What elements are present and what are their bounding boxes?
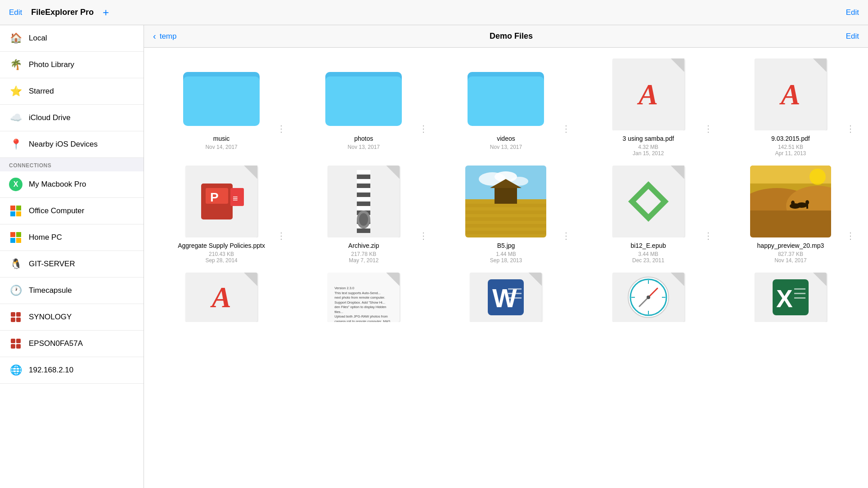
back-arrow-icon[interactable]: ‹: [153, 31, 156, 41]
linux-icon: 🐧: [9, 257, 22, 271]
file-date-epub: Dec 23, 2011: [632, 257, 664, 264]
svg-text:P: P: [210, 190, 219, 204]
file-item-9032015[interactable]: A 9.03.2015.pdf 142.51 KB Apr 11, 2013 ⋮: [724, 58, 857, 157]
svg-rect-63: [806, 204, 808, 209]
sidebar-item-epson[interactable]: EPSON0FA57A: [0, 331, 144, 357]
sidebar-label-timecapsule: Timecapsule: [29, 286, 72, 295]
acrobat-icon: A: [639, 78, 658, 112]
sidebar-item-office-computer[interactable]: Office Computer: [0, 198, 144, 224]
file-date-samba: Jan 15, 2012: [633, 150, 664, 157]
sub-nav-edit[interactable]: Edit: [846, 32, 859, 41]
excel-corner-icon: [813, 273, 827, 286]
file-item-partial-excel[interactable]: X: [724, 273, 857, 322]
file-item-photos[interactable]: photos Nov 13, 2017 ⋮: [297, 58, 430, 157]
file-item-videos[interactable]: videos Nov 13, 2017 ⋮: [439, 58, 572, 157]
sidebar-item-timecapsule[interactable]: 🕐 Timecapsule: [0, 278, 144, 304]
svg-rect-24: [468, 76, 544, 126]
file-size-samba: 4.32 MB: [638, 144, 658, 150]
svg-rect-71: [508, 297, 522, 299]
epub-corner-icon: [671, 166, 684, 179]
more-icon-9032015[interactable]: ⋮: [846, 123, 855, 134]
file-grid-container: music Nov 14, 2017 ⋮ photos Nov 13, 201: [144, 48, 868, 488]
file-item-music[interactable]: music Nov 14, 2017 ⋮: [155, 58, 288, 157]
sidebar-item-nearby[interactable]: 📍 Nearby iOS Devices: [0, 131, 144, 158]
svg-rect-34: [357, 197, 370, 201]
sidebar-item-photo-library[interactable]: 🌴 Photo Library: [0, 52, 144, 78]
svg-rect-45: [465, 204, 546, 207]
sidebar-label-office-computer: Office Computer: [29, 206, 84, 215]
epub-thumb: [608, 166, 689, 237]
svg-rect-9: [16, 312, 21, 317]
more-icon-aggregate[interactable]: ⋮: [277, 230, 285, 241]
file-name-archive: Archive.zip: [348, 242, 379, 249]
sidebar-label-icloud: iCloud Drive: [29, 113, 71, 122]
file-item-partial-pdf[interactable]: A: [155, 273, 288, 322]
svg-rect-70: [508, 293, 522, 294]
sidebar-item-home-pc[interactable]: Home PC: [0, 224, 144, 251]
file-size-epub: 3.44 MB: [638, 251, 658, 257]
back-label[interactable]: temp: [160, 32, 177, 41]
sub-nav-left: ‹ temp: [153, 31, 176, 41]
svg-rect-47: [465, 217, 546, 221]
file-date-aggregate: Sep 28, 2014: [205, 257, 237, 264]
file-item-partial-word[interactable]: W: [439, 273, 572, 322]
sidebar-item-ip[interactable]: 🌐 192.168.2.10: [0, 357, 144, 384]
svg-rect-12: [11, 339, 15, 343]
svg-point-65: [805, 200, 809, 205]
add-button[interactable]: +: [103, 7, 109, 18]
image-thumb-b5: [465, 166, 546, 237]
folder-thumb-photos: [323, 58, 404, 130]
top-bar-edit-right[interactable]: Edit: [846, 8, 859, 17]
svg-rect-32: [357, 179, 370, 184]
more-icon-epub[interactable]: ⋮: [704, 230, 712, 241]
file-date-9032015: Apr 11, 2013: [775, 150, 806, 157]
file-size-mp3: 827.37 KB: [778, 251, 803, 257]
file-item-partial-safari[interactable]: [582, 273, 715, 322]
more-icon-samba[interactable]: ⋮: [704, 123, 712, 134]
file-name-epub: bi12_E.epub: [630, 242, 666, 249]
zip-thumb: [323, 166, 404, 237]
pdf-corner-icon: [671, 58, 684, 72]
file-item-epub[interactable]: bi12_E.epub 3.44 MB Dec 23, 2011 ⋮: [582, 166, 715, 264]
sub-nav: ‹ temp Demo Files Edit: [144, 25, 868, 48]
safari-icon: [626, 275, 671, 320]
svg-rect-18: [183, 76, 260, 126]
sidebar-item-starred[interactable]: ⭐ Starred: [0, 78, 144, 105]
globe-icon: 🌐: [9, 363, 22, 377]
svg-rect-6: [10, 238, 15, 243]
file-size-9032015: 142.51 KB: [778, 144, 803, 150]
file-item-partial-text[interactable]: Version 2.3.0This text supports Auto-Sen…: [297, 273, 430, 322]
more-icon-mp3[interactable]: ⋮: [846, 230, 855, 241]
home-icon: 🏠: [9, 31, 22, 45]
more-icon-photos[interactable]: ⋮: [419, 123, 427, 134]
svg-rect-69: [508, 288, 522, 290]
sidebar-item-icloud[interactable]: ☁️ iCloud Drive: [0, 105, 144, 131]
more-icon-b5[interactable]: ⋮: [562, 230, 570, 241]
acrobat-icon2: A: [781, 78, 800, 112]
file-size-b5: 1.44 MB: [496, 251, 516, 257]
word-corner-icon: [528, 273, 542, 286]
file-item-b5jpg[interactable]: B5.jpg 1.44 MB Sep 18, 2013 ⋮: [439, 166, 572, 264]
more-icon-archive[interactable]: ⋮: [419, 230, 427, 241]
zip-corner-icon: [386, 166, 400, 179]
sidebar-label-epson: EPSON0FA57A: [29, 339, 83, 348]
svg-text:≡: ≡: [233, 193, 238, 203]
svg-rect-13: [16, 339, 21, 343]
file-item-archive[interactable]: Archive.zip 217.78 KB May 7, 2012 ⋮: [297, 166, 430, 264]
sidebar-item-local[interactable]: 🏠 Local: [0, 25, 144, 52]
top-bar-edit-left[interactable]: Edit: [9, 8, 22, 17]
svg-rect-33: [357, 188, 370, 193]
more-icon-videos[interactable]: ⋮: [562, 123, 570, 134]
sidebar-item-git-server[interactable]: 🐧 GIT-SERVER: [0, 251, 144, 278]
svg-rect-14: [11, 344, 15, 349]
timecapsule-icon: 🕐: [9, 284, 22, 297]
more-icon-music[interactable]: ⋮: [277, 123, 285, 134]
file-item-aggregate[interactable]: P ≡ Aggregate Supply Policies.pptx 210.4…: [155, 166, 288, 264]
file-item-mp3[interactable]: happy_preview_20.mp3 827.37 KB Nov 14, 2…: [724, 166, 857, 264]
folder-thumb-music: [181, 58, 262, 130]
file-name-videos: videos: [497, 135, 515, 142]
sidebar-item-synology[interactable]: SYNOLOGY: [0, 304, 144, 331]
file-date-b5: Sep 18, 2013: [490, 257, 522, 264]
file-item-samba-pdf[interactable]: A 3 using samba.pdf 4.32 MB Jan 15, 2012…: [582, 58, 715, 157]
sidebar-item-macbook[interactable]: X My Macbook Pro: [0, 171, 144, 198]
